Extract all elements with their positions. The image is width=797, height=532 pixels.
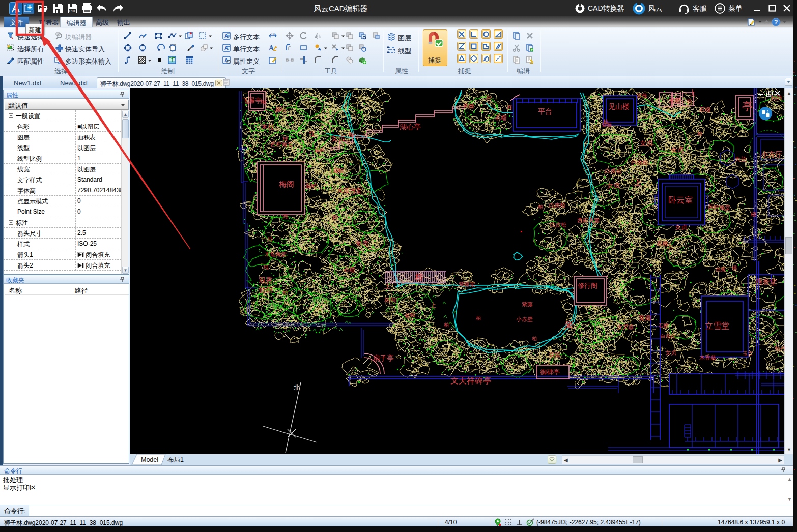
svg-text:文天祥碑亭: 文天祥碑亭 bbox=[450, 376, 491, 385]
svg-text:木香藤: 木香藤 bbox=[699, 354, 716, 361]
svg-text:水桥: 水桥 bbox=[668, 97, 681, 104]
svg-text:牡丹: 牡丹 bbox=[775, 346, 784, 351]
svg-text:白皮松: 白皮松 bbox=[631, 159, 648, 165]
svg-text:上: 上 bbox=[384, 283, 390, 290]
svg-text:労星竹: 労星竹 bbox=[266, 303, 283, 309]
svg-text:女贞: 女贞 bbox=[607, 182, 620, 189]
svg-text:海: 海 bbox=[282, 213, 288, 219]
svg-text:小方厅: 小方厅 bbox=[761, 150, 782, 158]
svg-text:飞瀑亭: 飞瀑亭 bbox=[242, 97, 262, 104]
svg-text:PDF: PDF bbox=[69, 9, 76, 13]
svg-text:梧桐: 梧桐 bbox=[548, 352, 560, 358]
svg-text:女贞: 女贞 bbox=[640, 139, 653, 147]
svg-text:亭: 亭 bbox=[742, 101, 752, 112]
svg-text:紫藤: 紫藤 bbox=[522, 301, 533, 307]
svg-text:扁柏: 扁柏 bbox=[275, 106, 286, 112]
svg-text:石榴: 石榴 bbox=[344, 267, 355, 273]
svg-text:女贞: 女贞 bbox=[665, 349, 676, 356]
svg-text:石榴: 石榴 bbox=[658, 323, 668, 329]
svg-text:?: ? bbox=[774, 19, 778, 26]
svg-text:卧云室: 卧云室 bbox=[668, 196, 693, 204]
svg-text:柏: 柏 bbox=[697, 131, 702, 136]
svg-text:柏: 柏 bbox=[531, 336, 537, 341]
svg-text:杜鹃: 杜鹃 bbox=[770, 95, 782, 101]
svg-text:扁柏: 扁柏 bbox=[314, 147, 324, 153]
svg-text:Model: Model bbox=[141, 456, 158, 463]
svg-text:紫薇: 紫薇 bbox=[463, 103, 474, 109]
svg-text:12: 12 bbox=[271, 32, 275, 36]
svg-text:紫薇: 紫薇 bbox=[636, 93, 647, 99]
svg-text:扁柏: 扁柏 bbox=[332, 167, 344, 173]
svg-text:紫荆: 紫荆 bbox=[405, 313, 415, 318]
svg-text:梅阁: 梅阁 bbox=[278, 180, 294, 188]
svg-text:柏: 柏 bbox=[486, 95, 491, 101]
svg-text:桂: 桂 bbox=[267, 236, 273, 242]
svg-text:桂: 桂 bbox=[263, 264, 269, 270]
svg-text:布局1: 布局1 bbox=[167, 456, 184, 463]
svg-text:木瓜海棠: 木瓜海棠 bbox=[264, 251, 287, 257]
svg-text:石榴: 石榴 bbox=[699, 107, 710, 113]
svg-text:上: 上 bbox=[666, 242, 673, 250]
svg-text:西府海棠: 西府海棠 bbox=[270, 141, 293, 147]
svg-text:立雪堂: 立雪堂 bbox=[705, 321, 729, 330]
svg-text:北: 北 bbox=[294, 383, 300, 391]
svg-text:湖心亭: 湖心亭 bbox=[399, 123, 421, 131]
svg-text:平台: 平台 bbox=[538, 107, 552, 115]
svg-text:桃: 桃 bbox=[732, 265, 737, 271]
svg-text:天兰: 天兰 bbox=[734, 156, 747, 163]
svg-text:女贞: 女贞 bbox=[331, 134, 345, 142]
svg-text:扇子亭: 扇子亭 bbox=[373, 354, 394, 362]
svg-text:白皮松: 白皮松 bbox=[605, 168, 621, 174]
svg-text:梧桐: 梧桐 bbox=[384, 297, 395, 303]
svg-text:女贞: 女贞 bbox=[671, 146, 684, 154]
svg-text:白皮松: 白皮松 bbox=[660, 333, 675, 339]
svg-text:修行阁: 修行阁 bbox=[578, 282, 597, 289]
svg-text:上: 上 bbox=[689, 88, 696, 96]
svg-text:A: A bbox=[224, 45, 229, 51]
svg-text:御碑亭: 御碑亭 bbox=[540, 368, 560, 376]
svg-text:大芙蓉: 大芙蓉 bbox=[617, 324, 634, 330]
svg-text:见山楼: 见山楼 bbox=[608, 102, 630, 110]
svg-text:柏: 柏 bbox=[475, 315, 481, 321]
svg-text:红: 红 bbox=[308, 130, 315, 137]
svg-text:银杏: 银杏 bbox=[356, 240, 368, 247]
svg-text:木瓜海棠: 木瓜海棠 bbox=[337, 187, 362, 194]
svg-text:女贞: 女贞 bbox=[675, 224, 687, 231]
svg-text:扁柏: 扁柏 bbox=[305, 183, 317, 189]
svg-text:労星竹: 労星竹 bbox=[311, 297, 328, 303]
svg-text:复廊: 复廊 bbox=[638, 314, 651, 322]
svg-text:梅: 梅 bbox=[260, 99, 266, 105]
svg-text:柏: 柏 bbox=[282, 289, 288, 295]
svg-text:柏: 柏 bbox=[332, 215, 338, 221]
svg-text:玉兰: 玉兰 bbox=[743, 351, 753, 357]
svg-text:白皮松: 白皮松 bbox=[550, 222, 566, 228]
svg-text:木槿: 木槿 bbox=[261, 123, 274, 131]
svg-text:蘭: 蘭 bbox=[565, 320, 573, 329]
svg-text:西府海棠: 西府海棠 bbox=[708, 204, 730, 211]
svg-text:楼: 楼 bbox=[751, 211, 756, 217]
svg-text:桂: 桂 bbox=[507, 104, 513, 110]
svg-text:西府海棠: 西府海棠 bbox=[577, 217, 600, 223]
svg-text:上: 上 bbox=[634, 178, 642, 187]
svg-text:芭蕉: 芭蕉 bbox=[716, 267, 726, 272]
svg-text:仙馆: 仙馆 bbox=[258, 285, 273, 293]
svg-text:小赤壁: 小赤壁 bbox=[516, 316, 533, 322]
svg-text:桥: 桥 bbox=[415, 273, 423, 282]
svg-text:柏: 柏 bbox=[537, 204, 543, 210]
svg-text:燕誉堂: 燕誉堂 bbox=[755, 278, 777, 286]
svg-text:上: 上 bbox=[430, 302, 436, 309]
svg-text:柳: 柳 bbox=[349, 131, 355, 138]
svg-text:双香: 双香 bbox=[259, 276, 273, 284]
svg-text:白皮松: 白皮松 bbox=[549, 202, 565, 208]
svg-text:桂: 桂 bbox=[603, 119, 608, 124]
svg-text:柏: 柏 bbox=[443, 322, 449, 328]
svg-text:池: 池 bbox=[687, 98, 692, 104]
svg-text:石榴: 石榴 bbox=[495, 115, 506, 121]
svg-text:紫藤架: 紫藤架 bbox=[459, 281, 475, 287]
